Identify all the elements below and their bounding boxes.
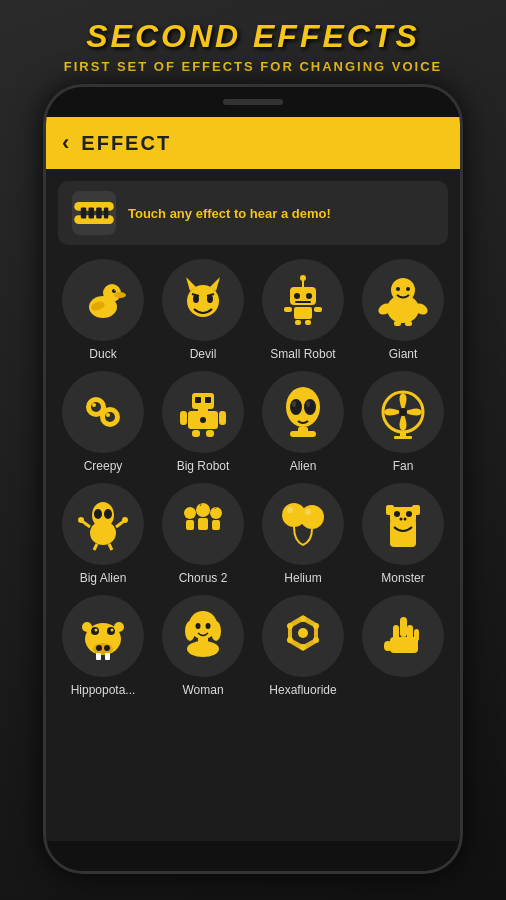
effect-hippopotamus[interactable]: Hippopota...: [58, 595, 148, 697]
phone-speaker: [223, 99, 283, 105]
effect-monster[interactable]: Monster: [358, 483, 448, 585]
effect-giant[interactable]: Giant: [358, 259, 448, 361]
svg-rect-50: [219, 411, 226, 425]
svg-point-8: [114, 292, 126, 298]
svg-rect-90: [386, 505, 394, 515]
effect-circle-chorus2: ♪ ♪ ♪: [162, 483, 244, 565]
svg-point-118: [298, 628, 308, 638]
demo-text: Touch any effect to hear a demo!: [128, 206, 331, 221]
effect-circle-hippopotamus: [62, 595, 144, 677]
effect-circle-hexafluoride: [262, 595, 344, 677]
svg-point-33: [406, 287, 410, 291]
effect-label-fan: Fan: [393, 459, 414, 473]
svg-text:♪: ♪: [199, 500, 203, 507]
effect-chorus2[interactable]: ♪ ♪ ♪ Chorus 2: [158, 483, 248, 585]
effect-label-woman: Woman: [182, 683, 223, 697]
effect-label-hippopotamus: Hippopota...: [71, 683, 136, 697]
effect-hand[interactable]: [358, 595, 448, 697]
svg-point-111: [192, 616, 214, 638]
svg-point-104: [82, 622, 92, 632]
svg-point-58: [306, 401, 310, 407]
effect-alien[interactable]: Alien: [258, 371, 348, 473]
svg-rect-28: [295, 320, 301, 325]
svg-rect-46: [205, 397, 211, 403]
app-content: Touch any effect to hear a demo!: [46, 169, 460, 841]
svg-point-119: [300, 616, 306, 622]
effect-circle-woman: [162, 595, 244, 677]
svg-point-62: [399, 408, 407, 416]
svg-point-87: [305, 509, 311, 515]
svg-rect-45: [195, 397, 201, 403]
svg-point-94: [400, 518, 403, 521]
effect-big-alien[interactable]: Big Alien: [58, 483, 148, 585]
svg-point-97: [93, 643, 113, 655]
svg-rect-27: [314, 307, 322, 312]
effect-helium[interactable]: Helium: [258, 483, 348, 585]
svg-point-57: [292, 401, 296, 407]
effect-circle-big-alien: [62, 483, 144, 565]
svg-point-40: [91, 402, 101, 412]
svg-point-92: [394, 511, 400, 517]
effect-circle-small-robot: [262, 259, 344, 341]
effect-creepy[interactable]: Creepy: [58, 371, 148, 473]
svg-point-120: [313, 623, 319, 629]
effect-label-hexafluoride: Hexafluoride: [269, 683, 336, 697]
effect-devil[interactable]: Devil: [158, 259, 248, 361]
svg-point-105: [114, 622, 124, 632]
effect-circle-fan: [362, 371, 444, 453]
effect-label-monster: Monster: [381, 571, 424, 585]
app-top-subtitle: FIRST SET OF EFFECTS FOR CHANGING VOICE: [64, 59, 442, 74]
effect-circle-hand: [362, 595, 444, 677]
svg-point-113: [206, 623, 211, 629]
effect-big-robot[interactable]: Big Robot: [158, 371, 248, 473]
svg-point-67: [94, 509, 102, 519]
effect-label-alien: Alien: [290, 459, 317, 473]
svg-point-115: [187, 641, 219, 657]
phone-bottom-bar: [46, 841, 460, 871]
effect-small-robot[interactable]: Small Robot: [258, 259, 348, 361]
svg-point-56: [304, 399, 316, 415]
svg-point-41: [105, 412, 115, 422]
effect-duck[interactable]: Duck: [58, 259, 148, 361]
effect-circle-monster: [362, 483, 444, 565]
svg-rect-5: [104, 208, 108, 219]
svg-point-10: [114, 289, 115, 290]
phone-frame: ‹ EFFECT Touch any effect to hear a dem: [43, 84, 463, 874]
svg-rect-88: [390, 519, 416, 547]
app-wrapper: SECOND EFFECTS FIRST SET OF EFFECTS FOR …: [0, 0, 506, 900]
header-title: EFFECT: [81, 132, 171, 155]
effect-circle-big-robot: [162, 371, 244, 453]
effect-fan[interactable]: Fan: [358, 371, 448, 473]
svg-rect-24: [295, 301, 311, 303]
svg-rect-76: [186, 520, 194, 530]
svg-rect-37: [405, 321, 412, 326]
svg-point-43: [106, 413, 110, 417]
effect-circle-alien: [262, 371, 344, 453]
effect-label-duck: Duck: [89, 347, 116, 361]
effect-hexafluoride[interactable]: Hexafluoride: [258, 595, 348, 697]
effect-label-small-robot: Small Robot: [270, 347, 335, 361]
effect-label-big-alien: Big Alien: [80, 571, 127, 585]
svg-rect-3: [89, 208, 95, 219]
svg-point-71: [78, 517, 84, 523]
svg-point-20: [300, 275, 306, 281]
svg-rect-51: [192, 430, 200, 437]
svg-rect-36: [394, 321, 401, 326]
svg-point-93: [406, 511, 412, 517]
svg-point-122: [300, 644, 306, 650]
svg-line-74: [109, 544, 112, 550]
effect-label-big-robot: Big Robot: [177, 459, 230, 473]
effects-grid: Duck: [58, 259, 448, 697]
svg-point-124: [287, 623, 293, 629]
svg-point-86: [287, 507, 293, 513]
svg-point-48: [200, 417, 206, 423]
effect-woman[interactable]: Woman: [158, 595, 248, 697]
effect-circle-duck: [62, 259, 144, 341]
effect-label-creepy: Creepy: [84, 459, 123, 473]
svg-text:♪: ♪: [214, 504, 217, 510]
svg-rect-91: [412, 505, 420, 515]
svg-rect-53: [198, 409, 208, 413]
svg-point-42: [92, 403, 96, 407]
back-button[interactable]: ‹: [62, 130, 69, 156]
svg-rect-106: [96, 653, 101, 660]
